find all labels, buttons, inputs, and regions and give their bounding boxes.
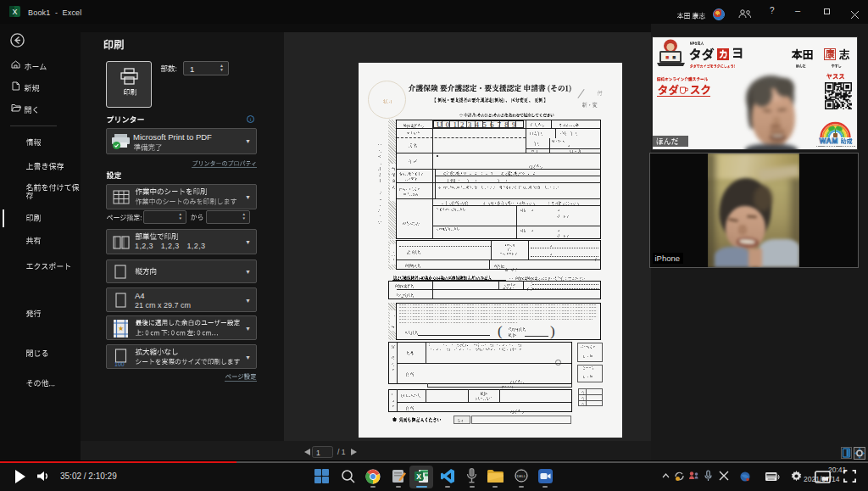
svg-text:X: X <box>12 8 17 16</box>
svg-text:X: X <box>416 472 421 481</box>
svg-text:i: i <box>250 117 252 122</box>
svg-text:100: 100 <box>114 361 125 367</box>
svg-text:DELL: DELL <box>517 474 526 478</box>
svg-text:■: ■ <box>672 54 676 60</box>
svg-text:★: ★ <box>118 325 124 332</box>
svg-text:■: ■ <box>665 54 669 60</box>
